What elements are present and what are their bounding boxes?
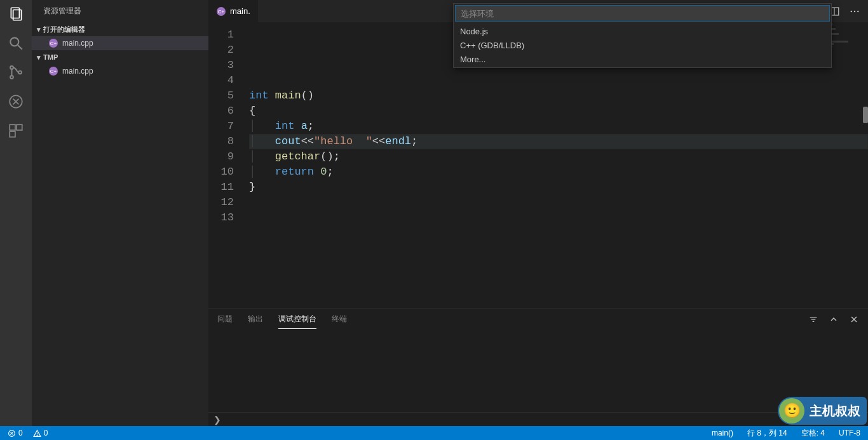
panel-tab-debug-console[interactable]: 调试控制台 — [278, 310, 316, 329]
cpp-file-icon: C+ — [48, 66, 58, 76]
folder-header[interactable]: ▾ TMP — [32, 50, 208, 64]
panel-tab-terminal[interactable]: 终端 — [332, 310, 347, 328]
editor-tab[interactable]: C+ main. — [208, 0, 259, 22]
cpp-file-icon: C+ — [216, 6, 226, 17]
sidebar-title: 资源管理器 — [32, 0, 208, 22]
sidebar: 资源管理器 ▾ 打开的编辑器 C+ main.cpp ▾ TMP C+ main… — [32, 0, 208, 426]
more-icon[interactable] — [849, 6, 860, 17]
svg-line-3 — [18, 45, 22, 50]
status-encoding[interactable]: UTF-8 — [836, 429, 863, 437]
svg-point-23 — [857, 10, 858, 11]
scm-icon[interactable] — [7, 63, 25, 81]
svg-rect-10 — [10, 131, 15, 137]
quick-input-widget: Node.jsC++ (GDB/LLDB)More... — [453, 3, 832, 68]
bottom-panel: 问题 输出 调试控制台 终端 ❯ — [208, 308, 868, 426]
svg-point-6 — [18, 71, 22, 74]
breadcrumb[interactable]: ❯ — [208, 412, 868, 426]
panel-tab-output[interactable]: 输出 — [248, 310, 263, 328]
svg-point-22 — [854, 10, 855, 11]
search-icon[interactable] — [7, 34, 25, 52]
chevron-down-icon: ▾ — [34, 25, 43, 34]
svg-point-2 — [10, 37, 18, 46]
open-editors-header[interactable]: ▾ 打开的编辑器 — [32, 22, 208, 36]
chevron-down-icon: ▾ — [34, 53, 43, 62]
status-errors[interactable]: 0 — [5, 426, 25, 440]
panel-tab-problems[interactable]: 问题 — [217, 310, 233, 328]
debug-icon[interactable] — [7, 93, 25, 110]
filter-icon[interactable] — [808, 314, 818, 324]
status-warnings[interactable]: 0 — [31, 426, 51, 440]
extensions-icon[interactable] — [7, 122, 25, 140]
environment-option[interactable]: More... — [454, 52, 831, 66]
svg-rect-9 — [17, 124, 22, 130]
environment-option[interactable]: C++ (GDB/LLDB) — [454, 38, 831, 52]
chevron-up-icon[interactable] — [829, 314, 839, 324]
svg-point-4 — [10, 66, 13, 69]
file-tree-item[interactable]: C+ main.cpp — [32, 64, 208, 78]
svg-text:C+: C+ — [50, 41, 57, 46]
scroll-indicator[interactable] — [863, 107, 868, 123]
svg-rect-8 — [10, 124, 15, 130]
status-scope[interactable]: main() — [709, 429, 736, 437]
svg-text:C+: C+ — [218, 9, 225, 15]
environment-input[interactable] — [455, 5, 830, 22]
close-icon[interactable] — [849, 314, 859, 324]
open-editor-item[interactable]: C+ main.cpp — [32, 36, 208, 50]
watermark-logo: 🙂 主机叔叔 — [778, 397, 867, 425]
debug-console-body[interactable] — [208, 330, 868, 412]
cpp-file-icon: C+ — [48, 38, 58, 48]
svg-point-33 — [37, 435, 37, 436]
editor-area: C+ main. 12345678910111213 int main(){│ … — [208, 0, 868, 426]
svg-point-21 — [851, 10, 852, 11]
explorer-icon[interactable] — [7, 5, 25, 23]
environment-option[interactable]: Node.js — [454, 24, 831, 38]
environment-input-field[interactable] — [456, 6, 829, 21]
status-spaces[interactable]: 空格: 4 — [799, 428, 827, 439]
svg-point-5 — [10, 76, 13, 79]
status-line-col[interactable]: 行 8，列 14 — [745, 428, 790, 439]
activity-bar — [0, 0, 32, 426]
svg-text:C+: C+ — [50, 69, 57, 74]
status-bar: 0 0 main() 行 8，列 14 空格: 4 UTF-8 — [0, 426, 868, 440]
